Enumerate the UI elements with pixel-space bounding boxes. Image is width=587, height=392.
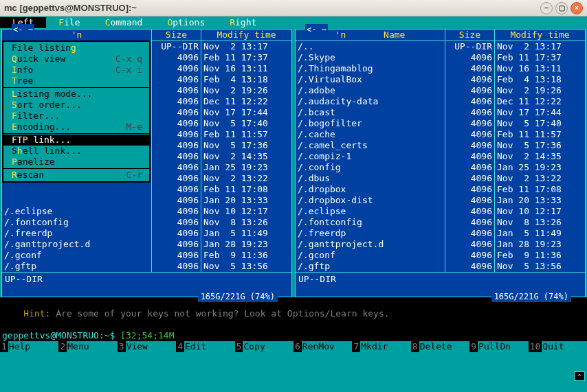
- fkey-7[interactable]: 7Mkdir: [352, 341, 410, 352]
- menu-command[interactable]: Command: [93, 17, 155, 28]
- fkey-10[interactable]: 10Quit: [529, 341, 587, 352]
- left-disk-usage: 165G/221G (74%): [198, 291, 278, 302]
- fkey-1[interactable]: 1Help: [0, 341, 58, 352]
- dropdown-item[interactable]: Quick viewC-x q: [3, 54, 149, 65]
- menu-right[interactable]: Right: [217, 17, 269, 28]
- window-title: mc [geppettvs@MONSTRUO]:~: [4, 3, 137, 13]
- file-row[interactable]: /..UP--DIRNov 2 13:17: [296, 41, 585, 52]
- file-row[interactable]: /.dropbox4096Feb 11 17:08: [296, 184, 585, 195]
- right-disk-usage: 165G/221G (74%): [491, 291, 571, 302]
- hint-line: Hint: Are some of your keys not working?…: [0, 297, 587, 330]
- fkey-5[interactable]: 5Copy: [235, 341, 294, 352]
- file-row[interactable]: /.eclipse4096Nov 10 12:17: [296, 206, 585, 217]
- file-row[interactable]: /.gftp4096Nov 5 13:56: [2, 261, 291, 272]
- col-size[interactable]: Size: [151, 30, 201, 41]
- maximize-button[interactable]: ▢: [555, 2, 568, 14]
- dropdown-item[interactable]: RescanC-r: [3, 170, 149, 181]
- file-row[interactable]: /.fontconfig4096Nov 8 13:26: [296, 217, 585, 228]
- fkey-9[interactable]: 9PullDn: [469, 341, 528, 352]
- dropdown-item[interactable]: Tree: [3, 76, 149, 87]
- file-row[interactable]: /.gftp4096Nov 5 13:56: [296, 261, 585, 272]
- dropdown-item[interactable]: Listing mode...: [3, 89, 149, 100]
- file-row[interactable]: /.dbus4096Nov 2 13:22: [296, 173, 585, 184]
- function-key-bar[interactable]: 1Help2Menu3View4Edit5Copy6RenMov7Mkdir8D…: [0, 341, 587, 352]
- file-row[interactable]: /.Skype4096Feb 11 17:37: [296, 52, 585, 63]
- window-titlebar: mc [geppettvs@MONSTRUO]:~ – ▢ ×: [0, 0, 587, 16]
- col-date[interactable]: Modify time: [201, 30, 291, 41]
- file-row[interactable]: /.cache4096Feb 11 11:57: [296, 129, 585, 140]
- dropdown-item[interactable]: Panelize: [3, 157, 149, 168]
- left-menu-dropdown[interactable]: File listingQuick viewC-x qInfoC-x iTree…: [2, 41, 151, 183]
- scroll-indicator: ^: [574, 371, 585, 381]
- terminal-area: LeftFileCommandOptionsRight <- ~ 'n Size…: [0, 16, 587, 392]
- dropdown-item[interactable]: Encoding...M-e: [3, 122, 149, 132]
- file-row[interactable]: /.audacity-data4096Dec 11 12:22: [296, 96, 585, 107]
- dropdown-item[interactable]: Sort order...: [3, 100, 149, 111]
- dropdown-item[interactable]: FTP link...: [3, 135, 149, 146]
- dropdown-item[interactable]: Shell link...: [3, 146, 149, 157]
- file-row[interactable]: 4096Jan 20 13:33: [2, 195, 291, 206]
- file-row[interactable]: 4096Feb 11 17:08: [2, 184, 291, 195]
- dropdown-item[interactable]: InfoC-x i: [3, 65, 149, 76]
- close-button[interactable]: ×: [571, 2, 583, 14]
- fkey-8[interactable]: 8Delete: [411, 341, 469, 352]
- file-row[interactable]: /.adobe4096Nov 2 19:26: [296, 85, 585, 96]
- file-row[interactable]: /.ganttproject.d4096Jan 28 19:23: [2, 239, 291, 250]
- file-row[interactable]: /.freerdp4096Jan 5 11:49: [2, 228, 291, 239]
- file-row[interactable]: /.gconf4096Feb 9 11:36: [2, 250, 291, 261]
- file-row[interactable]: /.bcast4096Nov 17 17:44: [296, 107, 585, 118]
- right-rows[interactable]: /..UP--DIRNov 2 13:17/.Skype4096Feb 11 1…: [296, 41, 585, 272]
- menubar[interactable]: LeftFileCommandOptionsRight: [0, 16, 587, 29]
- file-row[interactable]: /.VirtualBox4096Feb 4 13:18: [296, 74, 585, 85]
- fkey-2[interactable]: 2Menu: [58, 341, 117, 352]
- file-row[interactable]: /.fontconfig4096Nov 8 13:26: [2, 217, 291, 228]
- file-row[interactable]: /.config4096Jan 25 19:23: [296, 162, 585, 173]
- file-row[interactable]: /.freerdp4096Jan 5 11:49: [296, 228, 585, 239]
- shell-prompt[interactable]: geppettvs@MONSTRUO:~$ [32;54;14M: [0, 330, 587, 341]
- left-panel-path: <- ~: [12, 24, 34, 35]
- col-date[interactable]: Modify time: [494, 30, 585, 41]
- fkey-3[interactable]: 3View: [118, 341, 176, 352]
- dropdown-item[interactable]: Filter...: [3, 111, 149, 122]
- file-row[interactable]: /.dropbox-dist4096Jan 20 13:33: [296, 195, 585, 206]
- fkey-4[interactable]: 4Edit: [176, 341, 234, 352]
- left-panel-header: 'n Size Modify time: [2, 30, 291, 41]
- fkey-6[interactable]: 6RenMov: [294, 341, 352, 352]
- minimize-button[interactable]: –: [540, 2, 553, 14]
- file-row[interactable]: /.bogofilter4096Nov 5 17:40: [296, 118, 585, 129]
- file-row[interactable]: /.camel_certs4096Nov 5 17:36: [296, 140, 585, 151]
- menu-file[interactable]: File: [46, 17, 92, 28]
- col-size[interactable]: Size: [445, 30, 494, 41]
- file-row[interactable]: /.Thingamablog4096Nov 16 13:11: [296, 63, 585, 74]
- file-row[interactable]: /.eclipse4096Nov 10 12:17: [2, 206, 291, 217]
- right-panel[interactable]: <- ~ 'n Name Size Modify time /..UP--DIR…: [295, 29, 586, 297]
- right-panel-header: 'n Name Size Modify time: [296, 30, 585, 41]
- menu-options[interactable]: Options: [155, 17, 217, 28]
- right-panel-path: <- ~: [305, 24, 328, 35]
- file-row[interactable]: /.ganttproject.d4096Jan 28 19:23: [296, 239, 585, 250]
- file-row[interactable]: /.gconf4096Feb 9 11:36: [296, 250, 585, 261]
- file-row[interactable]: /.compiz-14096Nov 2 14:35: [296, 151, 585, 162]
- dropdown-item[interactable]: File listing: [3, 43, 149, 54]
